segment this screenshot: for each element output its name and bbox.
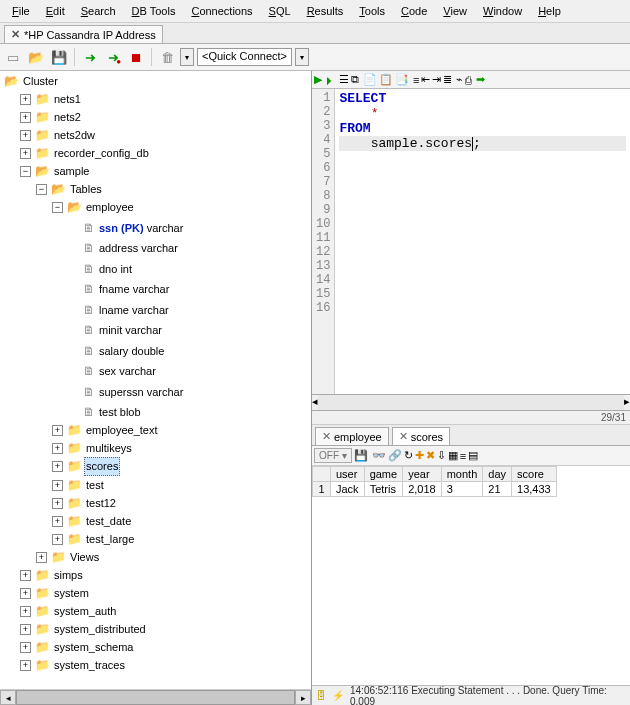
reconnect-button[interactable]: ➜● [103,47,123,67]
glasses-button[interactable]: 👓 [372,449,386,462]
expand-toggle[interactable]: + [52,516,63,527]
execute-button[interactable] [314,73,322,86]
expand-toggle[interactable]: + [20,570,31,581]
expand-toggle[interactable]: + [36,552,47,563]
expand-toggle[interactable]: − [36,184,47,195]
expand-toggle[interactable]: + [20,606,31,617]
results-tab-scores[interactable]: ✕scores [392,427,450,445]
explain-button[interactable]: ⧉ [351,73,359,86]
grid-2-button[interactable]: ▤ [468,449,478,462]
code-area[interactable]: SELECT * FROM sample.scores; [335,89,630,394]
table-cell[interactable]: 2,018 [403,482,442,497]
results-grid[interactable]: usergameyearmonthdayscore1JackTetris2,01… [312,466,630,685]
execute-current-button[interactable] [324,74,335,86]
line-gutter: 12345678910111213141516 [312,89,335,394]
menu-edit[interactable]: Edit [38,2,73,20]
menu-help[interactable]: Help [530,2,569,20]
schema-tree[interactable]: 📂Cluster+📁nets1+📁nets2+📁nets2dw+📁recorde… [0,71,311,689]
expand-toggle[interactable]: + [20,148,31,159]
new-button[interactable] [3,47,23,67]
outdent-button[interactable]: ⇤ [421,73,430,86]
table-cell[interactable]: 3 [441,482,483,497]
column-header[interactable]: score [512,467,557,482]
column-header[interactable]: user [331,467,365,482]
comment-button[interactable]: ≣ [443,73,452,86]
editor-h-scrollbar[interactable]: ◂▸ [312,395,630,411]
table-cell[interactable]: Tetris [364,482,403,497]
expand-toggle[interactable]: + [52,480,63,491]
column-header[interactable]: month [441,467,483,482]
expand-toggle[interactable]: + [52,461,63,472]
disconnect-button[interactable]: ⏹ [126,47,146,67]
expand-toggle[interactable]: + [52,425,63,436]
expand-toggle[interactable]: + [52,498,63,509]
expand-toggle[interactable]: + [20,130,31,141]
export-button[interactable]: ⇩ [437,449,446,462]
next-button[interactable] [476,73,485,86]
menu-window[interactable]: Window [475,2,530,20]
quick-connect-arrow-icon[interactable]: ▾ [295,48,309,66]
expand-toggle[interactable]: + [20,112,31,123]
tree-table: test_date [84,513,133,530]
indent-button[interactable]: ⇥ [432,73,441,86]
table-row[interactable]: 1JackTetris2,01832113,433 [313,482,557,497]
row-header[interactable] [313,467,331,482]
folder-icon: 📁 [35,585,50,602]
results-tab-employee[interactable]: ✕employee [315,427,389,445]
align-button[interactable]: ≡ [460,450,466,462]
document-tab[interactable]: ✕ *HP Cassandra IP Address [4,25,163,43]
refresh-button[interactable]: ↻ [404,449,413,462]
document-icon: 🗎 [83,261,95,278]
auto-commit-off-button[interactable]: OFF ▾ [314,448,352,463]
close-icon[interactable]: ✕ [11,28,20,41]
document-icon: 🗎 [83,220,95,237]
menu-db-tools[interactable]: DB Tools [124,2,184,20]
column-header[interactable]: game [364,467,403,482]
add-row-button[interactable]: ✚ [415,449,424,462]
expand-toggle[interactable]: + [20,660,31,671]
open-button[interactable] [26,47,46,67]
filter-button[interactable]: 🔗 [388,449,402,462]
column-header[interactable]: year [403,467,442,482]
menu-sql[interactable]: SQL [261,2,299,20]
column-header[interactable]: day [483,467,512,482]
close-icon[interactable]: ✕ [399,430,408,443]
save-results-button[interactable] [354,449,368,462]
quick-connect-dropdown[interactable]: <Quick Connect> [197,48,292,66]
tree-h-scrollbar[interactable]: ◂▸ [0,689,311,705]
align-left-button[interactable]: ≡ [413,74,419,86]
table-cell[interactable]: 13,433 [512,482,557,497]
expand-toggle[interactable]: + [20,624,31,635]
menu-view[interactable]: View [435,2,475,20]
expand-toggle[interactable]: + [20,642,31,653]
menu-search[interactable]: Search [73,2,124,20]
save-button[interactable] [49,47,69,67]
menu-code[interactable]: Code [393,2,435,20]
expand-toggle[interactable]: + [20,588,31,599]
menu-tools[interactable]: Tools [351,2,393,20]
grid-1-button[interactable]: ▦ [448,449,458,462]
connect-button[interactable] [80,47,100,67]
table-cell[interactable]: 21 [483,482,512,497]
script-button[interactable]: 📄 [363,73,377,86]
db-dropdown-icon[interactable]: ▾ [180,48,194,66]
expand-toggle[interactable]: + [20,94,31,105]
expand-toggle[interactable]: − [52,202,63,213]
menu-connections[interactable]: Connections [183,2,260,20]
expand-toggle[interactable]: + [52,443,63,454]
paste-button[interactable]: 📑 [395,73,409,86]
delete-row-button[interactable]: ✖ [426,449,435,462]
menu-file[interactable]: File [4,2,38,20]
tool-2-button[interactable]: ⎙ [465,74,472,86]
sql-editor[interactable]: 12345678910111213141516 SELECT * FROM sa… [312,89,630,395]
expand-toggle[interactable]: − [20,166,31,177]
close-icon[interactable]: ✕ [322,430,331,443]
expand-toggle[interactable]: + [52,534,63,545]
table-cell[interactable]: Jack [331,482,365,497]
menu-results[interactable]: Results [299,2,352,20]
format-button[interactable]: ☰ [339,73,349,86]
tool-1-button[interactable]: ⌁ [456,73,463,86]
database-button[interactable] [157,47,177,67]
copy-button[interactable]: 📋 [379,73,393,86]
database-icon: 🗄 [316,690,326,701]
